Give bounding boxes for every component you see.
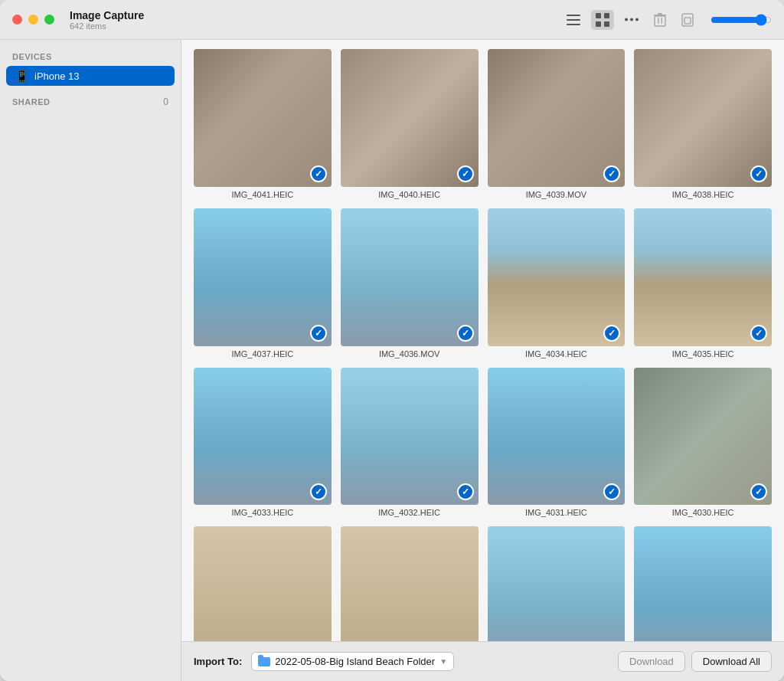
photo-thumbnail: ✓ [634, 368, 772, 506]
download-all-button[interactable]: Download All [691, 651, 772, 672]
photo-name: IMG_4032.HEIC [378, 508, 440, 517]
shared-section: SHARED 0 [0, 92, 181, 112]
chevron-down-icon: ▼ [439, 657, 447, 666]
photo-thumbnail: ✓ [634, 208, 772, 346]
photo-item[interactable]: ✓IMG_4032.HEIC [341, 368, 479, 518]
download-button[interactable]: Download [618, 651, 685, 672]
photo-item[interactable]: ✓IMG_4027.MOV [634, 526, 772, 641]
photo-item[interactable]: ✓IMG_4037.HEIC [194, 208, 332, 359]
photo-item[interactable]: ✓IMG_4029.MOV [194, 526, 332, 641]
photo-name: IMG_4038.HEIC [672, 190, 734, 199]
photo-item[interactable]: ✓IMG_4035.HEIC [634, 208, 772, 359]
iphone-icon: 📱 [15, 70, 28, 82]
fullscreen-button[interactable] [44, 15, 54, 25]
share-button[interactable] [677, 10, 698, 30]
photo-name: IMG_4036.MOV [379, 349, 439, 359]
svg-rect-10 [655, 16, 665, 26]
photo-thumbnail: ✓ [194, 368, 332, 506]
zoom-slider[interactable] [710, 14, 772, 26]
check-badge: ✓ [603, 165, 620, 182]
svg-rect-16 [684, 18, 691, 24]
photo-name: IMG_4037.HEIC [232, 349, 294, 359]
check-badge: ✓ [457, 165, 474, 182]
shared-label: SHARED [12, 97, 50, 106]
check-badge: ✓ [310, 325, 327, 342]
svg-point-7 [625, 18, 628, 21]
titlebar: Image Capture 642 items [0, 0, 784, 40]
folder-icon [258, 657, 270, 666]
device-name: iPhone 13 [34, 70, 80, 82]
photo-item[interactable]: ✓IMG_4031.HEIC [488, 368, 626, 518]
photo-item[interactable]: ✓IMG_4041.HEIC [194, 49, 332, 199]
list-view-button[interactable] [562, 11, 585, 28]
check-badge: ✓ [750, 165, 767, 182]
photo-item[interactable]: ✓IMG_4039.MOV [488, 49, 626, 199]
svg-point-8 [630, 18, 633, 21]
photo-thumbnail: ✓ [341, 368, 479, 506]
photo-thumbnail: ✓ [341, 49, 479, 187]
photo-name: IMG_4030.HEIC [672, 508, 734, 517]
check-badge: ✓ [750, 325, 767, 342]
svg-point-9 [635, 18, 639, 21]
photo-item[interactable]: ✓IMG_4030.HEIC [634, 368, 772, 518]
photo-thumbnail: ✓ [194, 208, 332, 346]
svg-rect-5 [596, 21, 601, 27]
photo-grid: ✓IMG_4041.HEIC✓IMG_4040.HEIC✓IMG_4039.MO… [194, 49, 772, 641]
svg-rect-12 [662, 18, 663, 24]
photo-name: IMG_4035.HEIC [672, 349, 734, 359]
check-badge: ✓ [750, 483, 767, 500]
more-button[interactable] [620, 15, 643, 25]
folder-selector[interactable]: 2022-05-08-Big Island Beach Folder ▼ [251, 652, 454, 671]
svg-rect-1 [567, 19, 580, 21]
svg-rect-11 [658, 18, 659, 24]
window-title-group: Image Capture 642 items [70, 9, 144, 31]
check-badge: ✓ [603, 325, 620, 342]
photo-name: IMG_4041.HEIC [232, 190, 294, 199]
content-area: ✓IMG_4041.HEIC✓IMG_4040.HEIC✓IMG_4039.MO… [181, 40, 784, 681]
photo-item[interactable]: ✓IMG_4036.MOV [341, 208, 479, 359]
photo-thumbnail: ✓ [488, 49, 626, 187]
photo-thumbnail: ✓ [194, 49, 332, 187]
photo-item[interactable]: ✓IMG_4034.HEIC [488, 208, 626, 359]
photo-item[interactable]: ✓IMG_4033.HEIC [194, 368, 332, 518]
app-title: Image Capture [70, 9, 144, 21]
grid-view-button[interactable] [591, 10, 614, 30]
traffic-lights [12, 15, 54, 25]
svg-rect-13 [654, 15, 666, 16]
photo-thumbnail: ✓ [341, 526, 479, 641]
photo-thumbnail: ✓ [634, 526, 772, 641]
minimize-button[interactable] [28, 15, 38, 25]
svg-rect-0 [567, 15, 580, 16]
sidebar: DEVICES 📱 iPhone 13 SHARED 0 [0, 40, 181, 681]
check-badge: ✓ [603, 483, 620, 500]
delete-button[interactable] [649, 10, 671, 30]
main-window: Image Capture 642 items [0, 0, 784, 681]
photo-item[interactable]: ✓IMG_4040.HEIC [341, 49, 479, 199]
svg-rect-3 [596, 13, 601, 18]
close-button[interactable] [12, 15, 22, 25]
svg-rect-4 [604, 13, 609, 18]
photo-item[interactable]: ✓IMG_4028.MOV [488, 526, 626, 641]
photo-thumbnail: ✓ [488, 368, 626, 506]
svg-rect-6 [604, 21, 609, 27]
photo-grid-container[interactable]: ✓IMG_4041.HEIC✓IMG_4040.HEIC✓IMG_4039.MO… [181, 40, 784, 641]
main-content: DEVICES 📱 iPhone 13 SHARED 0 ✓IMG_4041.H… [0, 40, 784, 681]
toolbar-actions [562, 10, 772, 30]
photo-item[interactable]: ✓IMG_E4029.MOV [341, 526, 479, 641]
sidebar-item-iphone[interactable]: 📱 iPhone 13 [6, 66, 175, 86]
check-badge: ✓ [457, 483, 474, 500]
check-badge: ✓ [310, 483, 327, 500]
check-badge: ✓ [457, 325, 474, 342]
shared-count: 0 [163, 97, 168, 107]
svg-rect-2 [567, 24, 580, 25]
bottom-actions: Download Download All [618, 651, 772, 672]
photo-name: IMG_4039.MOV [526, 190, 586, 199]
bottom-bar: Import To: 2022-05-08-Big Island Beach F… [181, 641, 784, 681]
photo-thumbnail: ✓ [488, 526, 626, 641]
import-to-label: Import To: [194, 656, 242, 667]
folder-name: 2022-05-08-Big Island Beach Folder [275, 656, 435, 667]
photo-name: IMG_4031.HEIC [525, 508, 587, 517]
photo-name: IMG_4033.HEIC [232, 508, 294, 517]
photo-thumbnail: ✓ [341, 208, 479, 346]
photo-item[interactable]: ✓IMG_4038.HEIC [634, 49, 772, 199]
